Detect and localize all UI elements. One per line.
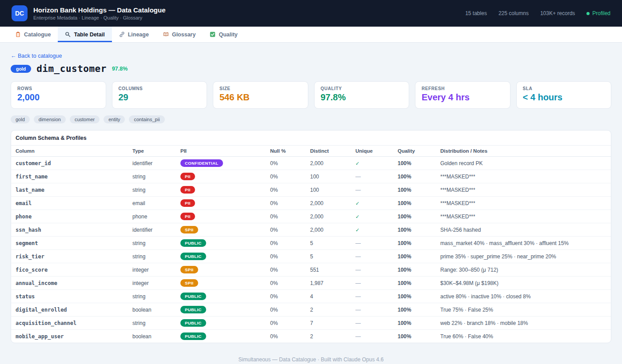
quality-cell: 100% [398,170,440,183]
table-row: statusstringPUBLIC0%4—100%active 80% · i… [11,290,611,303]
null-pct-cell: 0% [270,183,310,197]
distinct-cell: 2,000 [310,157,355,170]
schema-col-header: Null % [270,146,310,157]
distinct-cell: 5 [310,250,355,263]
stat-card-value: 29 [119,92,201,103]
quality-cell: 100% [398,223,440,237]
unique-dash: — [355,174,361,180]
pii-cell: PII [180,210,270,223]
stat-card-refresh: REFRESHEvery 4 hrs [415,81,510,109]
pii-badge: SPII [180,279,198,287]
app-subtitle: Enterprise Metadata · Lineage · Quality … [33,15,465,20]
stat-card-quality: QUALITY97.8% [314,81,410,109]
unique-cell: — [355,170,398,183]
unique-cell: ✓ [355,157,398,170]
quality-cell: 100% [398,290,440,303]
type-cell: email [132,197,180,210]
table-row: fico_scoreintegerSPII0%551—100%Range: 30… [11,263,611,277]
pii-badge: PUBLIC [180,332,206,340]
type-cell: boolean [132,303,180,317]
tag-contains_pii: contains_pii [129,115,164,123]
notes-cell: $30K–$4.98M (μ $198K) [440,277,611,290]
column-name-cell: digital_enrolled [11,303,132,317]
unique-dash: — [355,253,361,260]
null-pct-cell: 0% [270,250,310,263]
column-name-cell: segment [11,237,132,250]
schema-col-header: Distinct [310,146,355,157]
notes-cell: ***MASKED*** [440,183,611,197]
main-content: ← Back to catalogue gold dim_customer 97… [0,43,622,364]
schema-card: Column Schema & Profiles ColumnTypePIINu… [11,130,611,343]
pii-cell: PUBLIC [180,330,270,343]
stat-card-label: REFRESH [422,86,504,91]
distinct-cell: 5 [310,237,355,250]
schema-col-header: PII [180,146,270,157]
tab-catalogue[interactable]: Catalogue [8,27,58,42]
null-pct-cell: 0% [270,197,310,210]
stat-card-label: COLUMNS [119,86,201,91]
table-quality-percent: 97.8% [112,66,128,72]
stat-card-value: 546 KB [219,92,302,103]
schema-col-header: Column [11,146,132,157]
column-name-cell: risk_tier [11,250,132,263]
unique-dash: — [355,320,361,326]
quality-cell: 100% [398,263,440,277]
table-row: acquisition_channelstringPUBLIC0%7—100%w… [11,317,611,330]
check-square-icon [210,32,215,37]
tab-table-detail[interactable]: Table Detail [58,27,112,42]
column-name-cell: fico_score [11,263,132,277]
distinct-cell: 2,000 [310,223,355,237]
unique-dash: — [355,307,361,313]
pii-cell: PUBLIC [180,303,270,317]
column-name-cell: status [11,290,132,303]
schema-col-header: Distribution / Notes [440,146,611,157]
unique-cell: — [355,303,398,317]
quality-cell: 100% [398,197,440,210]
pii-badge: PUBLIC [180,293,206,300]
tab-glossary[interactable]: Glossary [156,27,203,42]
pii-badge: PII [180,213,195,220]
notes-cell: ***MASKED*** [440,210,611,223]
type-cell: string [132,170,180,183]
tier-badge: gold [11,65,31,73]
tag-gold: gold [11,115,30,123]
notes-cell: SHA-256 hashed [440,223,611,237]
link-icon [119,32,125,37]
stat-card-sla: SLA< 4 hours [516,81,612,109]
null-pct-cell: 0% [270,277,310,290]
notes-cell: prime 35% · super_prime 25% · near_prime… [440,250,611,263]
quality-cell: 100% [398,303,440,317]
stat-card-label: QUALITY [321,86,403,91]
tab-lineage[interactable]: Lineage [112,27,156,42]
column-name-cell: first_name [11,170,132,183]
schema-card-title: Column Schema & Profiles [11,131,611,146]
pii-badge: SPII [180,226,198,233]
distinct-cell: 1,987 [310,277,355,290]
type-cell: identifier [132,157,180,170]
quality-cell: 100% [398,317,440,330]
table-row: segmentstringPUBLIC0%5—100%mass_market 4… [11,237,611,250]
pii-badge: SPII [180,266,198,273]
unique-cell: — [355,290,398,303]
null-pct-cell: 0% [270,263,310,277]
table-row: first_namestringPII0%100—100%***MASKED**… [11,170,611,183]
pii-cell: PUBLIC [180,317,270,330]
schema-col-header: Unique [355,146,398,157]
tab-quality[interactable]: Quality [203,27,244,42]
unique-check-icon: ✓ [355,214,359,219]
type-cell: string [132,237,180,250]
unique-cell: — [355,277,398,290]
unique-cell: — [355,237,398,250]
back-link[interactable]: ← Back to catalogue [11,53,62,59]
stat-card-rows: ROWS2,000 [11,81,106,109]
header-stats: 15 tables 225 columns 103K+ records Prof… [465,10,610,16]
type-cell: phone [132,210,180,223]
null-pct-cell: 0% [270,223,310,237]
type-cell: string [132,290,180,303]
null-pct-cell: 0% [270,210,310,223]
pii-badge: PUBLIC [180,253,206,260]
pii-cell: PII [180,197,270,210]
stat-card-size: SIZE546 KB [213,81,308,109]
stat-card-columns: COLUMNS29 [112,81,207,109]
columns-count: 225 columns [498,10,529,16]
